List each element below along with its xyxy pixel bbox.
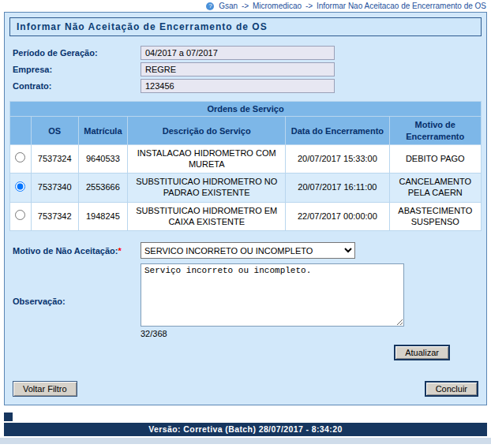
descricao-cell: INSTALACAO HIDROMETRO COM MURETA: [128, 144, 286, 174]
concluir-button[interactable]: Concluir: [425, 381, 478, 397]
main-panel: Informar Não Aceitação de Encerramento d…: [4, 12, 487, 405]
motivo-label-text: Motivo de Não Aceitação:: [13, 246, 118, 256]
breadcrumb-current-page: Informar Nao Aceitacao de Encerramento d…: [317, 2, 486, 10]
periodo-field-row: Período de Geração: 04/2017 a 07/2017: [13, 46, 478, 60]
empresa-label: Empresa:: [13, 65, 141, 74]
observacao-column: Serviço incorreto ou incompleto. 32/368: [141, 263, 404, 338]
footer: Versão: Corretiva (Batch) 28/07/2017 - 8…: [0, 413, 491, 444]
data-cell: 22/07/2017 00:00:00: [286, 202, 389, 231]
orders-table-title: Ordens de Serviço: [10, 102, 482, 117]
column-header-os: OS: [31, 117, 78, 145]
bottom-button-row: Voltar Filtro Concluir: [9, 381, 482, 398]
motivo-label: Motivo de Não Aceitação:*: [13, 246, 141, 256]
version-text: Versão: Corretiva (Batch) 28/07/2017 - 8…: [148, 424, 342, 434]
column-header-motivo: Motivo de Encerramento: [389, 117, 481, 145]
version-bar: Versão: Corretiva (Batch) 28/07/2017 - 8…: [4, 423, 487, 436]
table-row: 7537340 2553666 SUBSTITUICAO HIDROMETRO …: [10, 174, 482, 203]
data-cell: 20/07/2017 16:11:00: [286, 174, 389, 203]
os-row-radio-2[interactable]: [15, 181, 25, 192]
data-cell: 20/07/2017 15:33:00: [286, 144, 389, 174]
os-cell: 7537324: [31, 144, 78, 174]
table-row: 7537324 9640533 INSTALACAO HIDROMETRO CO…: [10, 144, 482, 174]
empresa-field-row: Empresa: REGRE: [13, 62, 478, 77]
table-row: 7537342 1948245 SUBSTITUICAO HIDROMETRO …: [10, 202, 482, 231]
page-title: Informar Não Aceitação de Encerramento d…: [9, 17, 482, 36]
motivo-cell: DEBITO PAGO: [389, 144, 481, 174]
contrato-value: 123456: [141, 79, 335, 93]
motivo-cell: ABASTECIMENTO SUSPENSO: [389, 202, 481, 231]
descricao-cell: SUBSTITUICAO HIDROMETRO NO PADRAO EXISTE…: [128, 174, 286, 203]
descricao-cell: SUBSTITUICAO HIDROMETRO EM CAIXA EXISTEN…: [128, 202, 286, 231]
matricula-cell: 2553666: [78, 174, 128, 203]
filter-summary: Período de Geração: 04/2017 a 07/2017 Em…: [13, 46, 478, 93]
breadcrumb-link-micromedicao[interactable]: Micromedicao: [253, 2, 302, 10]
breadcrumb: ? Gsan -> Micromedicao -> Informar Nao A…: [0, 0, 491, 11]
orders-table: Ordens de Serviço OS Matrícula Descrição…: [9, 101, 482, 231]
page: ? Gsan -> Micromedicao -> Informar Nao A…: [0, 0, 491, 444]
periodo-value: 04/2017 a 07/2017: [141, 46, 335, 60]
os-cell: 7537340: [31, 174, 78, 203]
empresa-value: REGRE: [141, 62, 335, 77]
column-header-matricula: Matrícula: [78, 117, 128, 145]
atualizar-row: Atualizar: [9, 345, 482, 360]
matricula-cell: 1948245: [78, 202, 128, 231]
help-icon[interactable]: ?: [206, 2, 214, 10]
motivo-select[interactable]: SERVICO INCORRETO OU INCOMPLETO: [141, 242, 355, 259]
matricula-cell: 9640533: [78, 144, 128, 174]
os-row-radio-1[interactable]: [15, 152, 25, 162]
required-mark: *: [118, 246, 121, 256]
voltar-filtro-button[interactable]: Voltar Filtro: [13, 381, 77, 397]
atualizar-button[interactable]: Atualizar: [394, 345, 450, 360]
contrato-field-row: Contrato: 123456: [13, 79, 478, 93]
observacao-label: Observação:: [13, 297, 141, 306]
column-header-descricao: Descrição do Serviço: [128, 117, 286, 145]
os-row-radio-3[interactable]: [15, 210, 25, 220]
footer-square-icon: [4, 413, 13, 421]
column-header-data: Data do Encerramento: [286, 117, 389, 145]
contrato-label: Contrato:: [13, 81, 141, 91]
periodo-label: Período de Geração:: [13, 48, 141, 58]
char-counter: 32/368: [141, 329, 404, 338]
bottom-strip: [0, 438, 491, 444]
breadcrumb-separator: ->: [242, 2, 249, 10]
motivo-cell: CANCELAMENTO PELA CAERN: [389, 174, 481, 203]
observacao-textarea[interactable]: Serviço incorreto ou incompleto.: [141, 263, 404, 327]
motivo-row: Motivo de Não Aceitação:* SERVICO INCORR…: [13, 242, 478, 259]
breadcrumb-link-gsan[interactable]: Gsan: [219, 2, 238, 10]
os-cell: 7537342: [31, 202, 78, 231]
column-header-select: [10, 117, 32, 145]
observacao-row: Observação: Serviço incorreto ou incompl…: [13, 263, 478, 338]
breadcrumb-separator: ->: [305, 2, 313, 10]
